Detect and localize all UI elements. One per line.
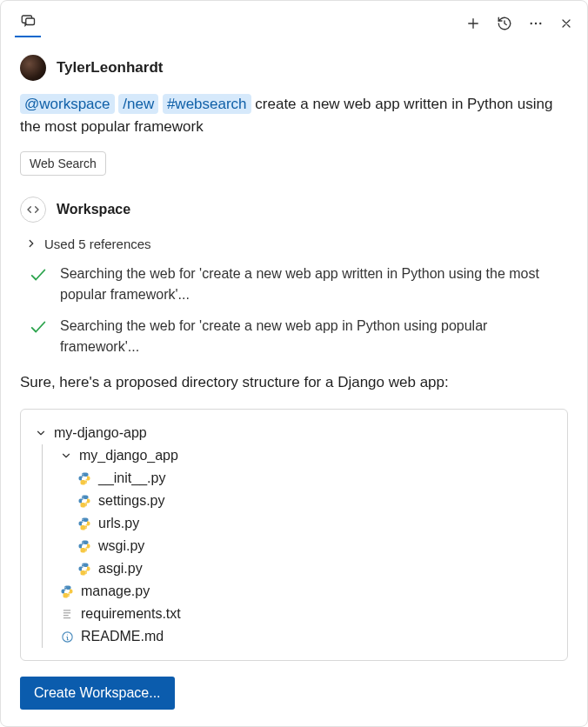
- info-icon: [60, 630, 74, 644]
- create-workspace-button[interactable]: Create Workspace...: [20, 677, 175, 710]
- username: TylerLeonhardt: [57, 59, 163, 77]
- toolbar: [1, 1, 587, 39]
- folder-label: my_django_app: [79, 448, 178, 464]
- svg-point-13: [82, 564, 83, 565]
- close-button[interactable]: [559, 17, 573, 30]
- python-icon: [77, 517, 91, 530]
- chat-icon: [20, 13, 36, 29]
- file-label: asgi.py: [98, 561, 143, 577]
- plus-icon: [465, 16, 481, 31]
- tree-file[interactable]: asgi.py: [43, 557, 553, 580]
- svg-point-16: [68, 595, 69, 596]
- svg-point-7: [82, 497, 83, 497]
- avatar: [20, 55, 46, 81]
- step-text: Searching the web for 'create a new web …: [60, 263, 568, 305]
- file-label: urls.py: [98, 516, 139, 531]
- file-tree: my-django-app my_django_app __init__.py …: [20, 409, 568, 661]
- agent-header: Workspace: [20, 197, 568, 223]
- tree-file[interactable]: requirements.txt: [43, 603, 553, 625]
- svg-point-15: [64, 587, 65, 588]
- python-icon: [77, 471, 91, 485]
- references-label: Used 5 references: [44, 237, 151, 251]
- chevron-down-icon: [35, 427, 47, 439]
- text-file-icon: [60, 607, 74, 621]
- chat-tab[interactable]: [15, 10, 41, 37]
- svg-point-4: [539, 23, 541, 24]
- svg-point-6: [85, 482, 86, 483]
- svg-point-2: [531, 23, 532, 24]
- progress-step: Searching the web for 'create a new web …: [29, 263, 568, 305]
- more-button[interactable]: [528, 16, 544, 31]
- chip-websearch[interactable]: #websearch: [163, 94, 251, 114]
- tree-folder-pkg[interactable]: my_django_app: [43, 444, 553, 467]
- chevron-down-icon: [60, 450, 72, 462]
- file-label: settings.py: [98, 493, 164, 509]
- progress-step: Searching the web for 'create a new web …: [29, 316, 568, 357]
- close-icon: [559, 17, 573, 30]
- agent-name: Workspace: [57, 202, 130, 217]
- tree-file[interactable]: settings.py: [43, 490, 553, 512]
- agent-avatar: [20, 197, 46, 223]
- svg-point-14: [85, 572, 86, 573]
- tree-file[interactable]: wsgi.py: [43, 535, 553, 557]
- step-text: Searching the web for 'create a new web …: [60, 316, 568, 357]
- chip-workspace[interactable]: @workspace: [20, 94, 115, 114]
- file-label: manage.py: [81, 584, 150, 599]
- check-icon: [29, 265, 48, 284]
- web-search-tag[interactable]: Web Search: [20, 151, 106, 176]
- chat-content: TylerLeonhardt @workspace /new #websearc…: [1, 39, 587, 725]
- tree-file[interactable]: __init__.py: [43, 467, 553, 490]
- code-icon: [26, 203, 40, 217]
- svg-point-11: [82, 542, 83, 543]
- file-label: __init__.py: [98, 470, 165, 486]
- svg-point-12: [85, 550, 86, 550]
- svg-point-10: [85, 527, 86, 528]
- python-icon: [77, 494, 91, 508]
- tree-file[interactable]: manage.py: [43, 580, 553, 603]
- svg-rect-1: [26, 18, 35, 25]
- svg-point-9: [82, 519, 83, 520]
- file-label: README.md: [81, 629, 164, 644]
- file-label: wsgi.py: [98, 538, 144, 554]
- new-chat-button[interactable]: [465, 16, 481, 31]
- chip-new[interactable]: /new: [118, 94, 158, 114]
- tree-file[interactable]: README.md: [43, 625, 553, 648]
- user-header: TylerLeonhardt: [20, 55, 568, 81]
- file-label: requirements.txt: [81, 606, 181, 622]
- user-query: @workspace /new #websearch create a new …: [20, 93, 568, 139]
- tree-folder-root[interactable]: my-django-app: [35, 422, 553, 444]
- python-icon: [77, 562, 91, 576]
- chevron-right-icon: [25, 237, 37, 250]
- python-icon: [77, 539, 91, 553]
- references-toggle[interactable]: Used 5 references: [25, 237, 568, 251]
- response-intro: Sure, here's a proposed directory struct…: [20, 371, 568, 394]
- ellipsis-icon: [528, 16, 544, 31]
- svg-point-5: [82, 474, 83, 475]
- python-icon: [60, 584, 74, 598]
- tree-file[interactable]: urls.py: [43, 512, 553, 535]
- folder-label: my-django-app: [54, 425, 147, 441]
- history-icon: [497, 16, 512, 31]
- check-icon: [29, 317, 48, 337]
- history-button[interactable]: [497, 16, 512, 31]
- svg-point-3: [535, 23, 537, 24]
- svg-point-8: [85, 504, 86, 505]
